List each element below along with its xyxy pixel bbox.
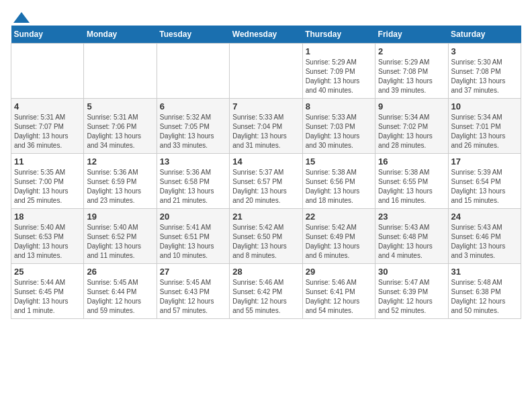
- calendar-cell: [11, 44, 84, 99]
- calendar-cell: 27Sunrise: 5:45 AM Sunset: 6:43 PM Dayli…: [157, 264, 229, 319]
- calendar-cell: 22Sunrise: 5:42 AM Sunset: 6:49 PM Dayli…: [302, 209, 375, 264]
- day-number: 13: [160, 156, 226, 167]
- calendar-cell: 4Sunrise: 5:31 AM Sunset: 7:07 PM Daylig…: [11, 99, 84, 154]
- calendar-cell: [157, 44, 229, 99]
- day-number: 4: [14, 101, 81, 111]
- calendar-week-row: 4Sunrise: 5:31 AM Sunset: 7:07 PM Daylig…: [11, 99, 521, 154]
- svg-marker-0: [13, 12, 30, 23]
- calendar-week-row: 1Sunrise: 5:29 AM Sunset: 7:09 PM Daylig…: [11, 44, 521, 99]
- calendar-cell: 1Sunrise: 5:29 AM Sunset: 7:09 PM Daylig…: [302, 44, 375, 99]
- day-number: 10: [451, 101, 518, 111]
- day-number: 24: [451, 212, 518, 222]
- calendar-cell: 17Sunrise: 5:39 AM Sunset: 6:54 PM Dayli…: [448, 154, 521, 209]
- calendar-cell: 30Sunrise: 5:47 AM Sunset: 6:39 PM Dayli…: [375, 264, 448, 319]
- calendar-cell: 28Sunrise: 5:46 AM Sunset: 6:42 PM Dayli…: [230, 264, 302, 319]
- day-number: 9: [378, 101, 445, 111]
- logo-icon: [12, 11, 31, 26]
- calendar-cell: 14Sunrise: 5:37 AM Sunset: 6:57 PM Dayli…: [230, 154, 302, 209]
- day-info: Sunrise: 5:42 AM Sunset: 6:49 PM Dayligh…: [306, 223, 372, 261]
- day-info: Sunrise: 5:36 AM Sunset: 6:59 PM Dayligh…: [87, 168, 153, 205]
- calendar-cell: 19Sunrise: 5:40 AM Sunset: 6:52 PM Dayli…: [84, 209, 157, 264]
- day-info: Sunrise: 5:47 AM Sunset: 6:39 PM Dayligh…: [378, 278, 445, 316]
- day-number: 7: [232, 101, 299, 111]
- calendar-cell: 20Sunrise: 5:41 AM Sunset: 6:51 PM Dayli…: [157, 209, 229, 264]
- day-info: Sunrise: 5:29 AM Sunset: 7:09 PM Dayligh…: [306, 58, 372, 95]
- day-info: Sunrise: 5:33 AM Sunset: 7:04 PM Dayligh…: [232, 113, 299, 150]
- day-number: 11: [14, 156, 81, 167]
- calendar-header-row: Sunday Monday Tuesday Wednesday Thursday…: [11, 26, 521, 44]
- calendar-cell: 10Sunrise: 5:34 AM Sunset: 7:01 PM Dayli…: [448, 99, 521, 154]
- day-info: Sunrise: 5:38 AM Sunset: 6:56 PM Dayligh…: [306, 168, 372, 205]
- day-number: 21: [232, 212, 299, 222]
- day-info: Sunrise: 5:45 AM Sunset: 6:43 PM Dayligh…: [160, 278, 226, 316]
- day-number: 18: [14, 212, 81, 222]
- day-info: Sunrise: 5:32 AM Sunset: 7:05 PM Dayligh…: [160, 113, 226, 150]
- page-header: [11, 11, 521, 23]
- calendar-cell: [230, 44, 302, 99]
- calendar-cell: 31Sunrise: 5:48 AM Sunset: 6:38 PM Dayli…: [448, 264, 521, 319]
- calendar-cell: 23Sunrise: 5:43 AM Sunset: 6:48 PM Dayli…: [375, 209, 448, 264]
- day-info: Sunrise: 5:38 AM Sunset: 6:55 PM Dayligh…: [378, 168, 445, 205]
- day-info: Sunrise: 5:40 AM Sunset: 6:52 PM Dayligh…: [87, 223, 153, 261]
- day-number: 16: [378, 156, 445, 167]
- day-number: 31: [451, 267, 518, 277]
- calendar-cell: 11Sunrise: 5:35 AM Sunset: 7:00 PM Dayli…: [11, 154, 84, 209]
- day-number: 20: [160, 212, 226, 222]
- day-number: 19: [87, 212, 153, 222]
- day-info: Sunrise: 5:40 AM Sunset: 6:53 PM Dayligh…: [14, 223, 81, 261]
- calendar-cell: [84, 44, 157, 99]
- day-info: Sunrise: 5:43 AM Sunset: 6:46 PM Dayligh…: [451, 223, 518, 261]
- calendar-week-row: 11Sunrise: 5:35 AM Sunset: 7:00 PM Dayli…: [11, 154, 521, 209]
- calendar-cell: 3Sunrise: 5:30 AM Sunset: 7:08 PM Daylig…: [448, 44, 521, 99]
- day-number: 2: [378, 46, 445, 56]
- day-number: 14: [232, 156, 299, 167]
- day-info: Sunrise: 5:33 AM Sunset: 7:03 PM Dayligh…: [306, 113, 372, 150]
- col-tuesday: Tuesday: [157, 26, 229, 44]
- day-info: Sunrise: 5:41 AM Sunset: 6:51 PM Dayligh…: [160, 223, 226, 261]
- col-sunday: Sunday: [11, 26, 84, 44]
- day-info: Sunrise: 5:31 AM Sunset: 7:07 PM Dayligh…: [14, 113, 81, 150]
- calendar-cell: 21Sunrise: 5:42 AM Sunset: 6:50 PM Dayli…: [230, 209, 302, 264]
- day-number: 27: [160, 267, 226, 277]
- day-info: Sunrise: 5:34 AM Sunset: 7:02 PM Dayligh…: [378, 113, 445, 150]
- day-number: 8: [306, 101, 372, 111]
- calendar-cell: 2Sunrise: 5:29 AM Sunset: 7:08 PM Daylig…: [375, 44, 448, 99]
- col-wednesday: Wednesday: [230, 26, 302, 44]
- day-info: Sunrise: 5:42 AM Sunset: 6:50 PM Dayligh…: [232, 223, 299, 261]
- calendar-cell: 9Sunrise: 5:34 AM Sunset: 7:02 PM Daylig…: [375, 99, 448, 154]
- day-number: 15: [306, 156, 372, 167]
- day-info: Sunrise: 5:30 AM Sunset: 7:08 PM Dayligh…: [451, 58, 518, 95]
- day-info: Sunrise: 5:46 AM Sunset: 6:42 PM Dayligh…: [232, 278, 299, 316]
- day-info: Sunrise: 5:35 AM Sunset: 7:00 PM Dayligh…: [14, 168, 81, 205]
- calendar-cell: 13Sunrise: 5:36 AM Sunset: 6:58 PM Dayli…: [157, 154, 229, 209]
- day-info: Sunrise: 5:43 AM Sunset: 6:48 PM Dayligh…: [378, 223, 445, 261]
- calendar-cell: 24Sunrise: 5:43 AM Sunset: 6:46 PM Dayli…: [448, 209, 521, 264]
- day-number: 5: [87, 101, 153, 111]
- day-number: 1: [306, 46, 372, 56]
- logo: [11, 11, 31, 23]
- calendar-cell: 12Sunrise: 5:36 AM Sunset: 6:59 PM Dayli…: [84, 154, 157, 209]
- day-number: 6: [160, 101, 226, 111]
- col-friday: Friday: [375, 26, 448, 44]
- calendar-cell: 25Sunrise: 5:44 AM Sunset: 6:45 PM Dayli…: [11, 264, 84, 319]
- day-info: Sunrise: 5:36 AM Sunset: 6:58 PM Dayligh…: [160, 168, 226, 205]
- calendar-week-row: 25Sunrise: 5:44 AM Sunset: 6:45 PM Dayli…: [11, 264, 521, 319]
- calendar-cell: 18Sunrise: 5:40 AM Sunset: 6:53 PM Dayli…: [11, 209, 84, 264]
- day-info: Sunrise: 5:46 AM Sunset: 6:41 PM Dayligh…: [306, 278, 372, 316]
- day-number: 23: [378, 212, 445, 222]
- col-monday: Monday: [84, 26, 157, 44]
- day-info: Sunrise: 5:37 AM Sunset: 6:57 PM Dayligh…: [232, 168, 299, 205]
- calendar-cell: 8Sunrise: 5:33 AM Sunset: 7:03 PM Daylig…: [302, 99, 375, 154]
- calendar-cell: 7Sunrise: 5:33 AM Sunset: 7:04 PM Daylig…: [230, 99, 302, 154]
- calendar-cell: 16Sunrise: 5:38 AM Sunset: 6:55 PM Dayli…: [375, 154, 448, 209]
- calendar-cell: 5Sunrise: 5:31 AM Sunset: 7:06 PM Daylig…: [84, 99, 157, 154]
- calendar-table: Sunday Monday Tuesday Wednesday Thursday…: [11, 26, 521, 319]
- day-info: Sunrise: 5:29 AM Sunset: 7:08 PM Dayligh…: [378, 58, 445, 95]
- day-number: 17: [451, 156, 518, 167]
- day-number: 28: [232, 267, 299, 277]
- day-number: 29: [306, 267, 372, 277]
- day-number: 3: [451, 46, 518, 56]
- day-info: Sunrise: 5:31 AM Sunset: 7:06 PM Dayligh…: [87, 113, 153, 150]
- calendar-cell: 29Sunrise: 5:46 AM Sunset: 6:41 PM Dayli…: [302, 264, 375, 319]
- day-number: 12: [87, 156, 153, 167]
